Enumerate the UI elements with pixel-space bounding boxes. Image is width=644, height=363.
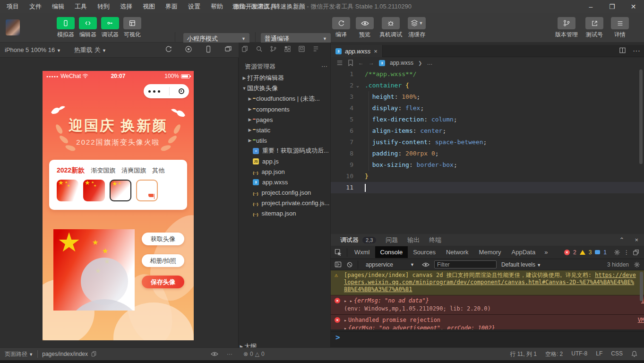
rotate-icon[interactable]: [165, 45, 172, 53]
code-line-4[interactable]: 4 display: flex;: [331, 103, 644, 114]
toolbar-button-调试器[interactable]: 调试器: [101, 17, 119, 39]
album-camera-button[interactable]: 相册/拍照: [142, 254, 184, 267]
tool-版本管理[interactable]: 版本管理: [555, 17, 578, 39]
tree-item-static[interactable]: ▶static: [239, 125, 331, 135]
devtools-tab-Console[interactable]: Console: [375, 246, 408, 258]
devtools-settings-icon[interactable]: [614, 249, 620, 256]
fold-chevron-icon[interactable]: ⌄: [356, 80, 359, 91]
statusbar-more-icon[interactable]: ···: [227, 351, 232, 357]
more-tabs-icon[interactable]: »: [541, 249, 551, 256]
tree-item-components[interactable]: ▶components: [239, 104, 331, 114]
editor-more-icon[interactable]: ···: [633, 47, 640, 55]
console-sidebar-icon[interactable]: [335, 261, 342, 268]
minimize-button[interactable]: –: [580, 0, 601, 13]
back-icon[interactable]: ←: [358, 60, 364, 66]
breadcrumb-more[interactable]: …: [427, 60, 432, 66]
save-avatar-button[interactable]: 保存头像: [142, 276, 184, 288]
forward-icon[interactable]: →: [369, 60, 374, 66]
code-line-11[interactable]: 11: [331, 182, 644, 193]
menu-视图[interactable]: 视图: [143, 2, 155, 11]
page-path[interactable]: pages/index/index: [42, 351, 88, 357]
tree-section-国庆换头像[interactable]: ▼国庆换头像: [239, 83, 331, 94]
devtools-tab-AppData[interactable]: AppData: [507, 246, 541, 258]
menu-帮助[interactable]: 帮助: [211, 2, 223, 11]
devtools-tab-Sources[interactable]: Sources: [408, 246, 441, 258]
collapse-panel-icon[interactable]: ⌃: [619, 236, 625, 243]
flag-thumbnail[interactable]: ★★★: [83, 180, 105, 201]
tree-item-app.wxss[interactable]: 3app.wxss: [239, 177, 331, 187]
tree-item-sitemap.json[interactable]: {··}sitemap.json: [239, 208, 331, 218]
close-button[interactable]: ✕: [623, 0, 644, 13]
toolbar-button-可视化[interactable]: 可视化: [123, 17, 141, 39]
menu-工具[interactable]: 工具: [75, 2, 87, 11]
bookmark-icon[interactable]: [348, 60, 353, 66]
flag-thumbnail-selected[interactable]: ★★: [110, 180, 131, 201]
capsule-close-icon[interactable]: [179, 88, 184, 94]
page-path-select[interactable]: 页面路径 ▼: [5, 350, 33, 358]
status-item[interactable]: UTF-8: [571, 350, 587, 358]
eye-icon[interactable]: [422, 262, 429, 268]
tree-item-cloudfunctions | (未选...[interactable]: ▶cloudfunctions | (未选...: [239, 94, 331, 104]
source-link[interactable]: VM53 WAService.js:2: [638, 316, 644, 324]
panel-tab-调试器[interactable]: 调试器: [340, 236, 359, 244]
menu-选择[interactable]: 选择: [120, 2, 132, 11]
files-icon[interactable]: [241, 45, 249, 52]
filter-input[interactable]: [434, 260, 497, 268]
devtools-tab-Wxml[interactable]: Wxml: [349, 246, 375, 258]
code-line-5[interactable]: 5 flex-direction: column;: [331, 114, 644, 125]
code-line-7[interactable]: 7 justify-content: space-between;: [331, 137, 644, 148]
screenshot-icon[interactable]: [224, 45, 232, 53]
code-line-10[interactable]: 10}: [331, 171, 644, 182]
flag-thumbnail[interactable]: ★★★: [57, 180, 78, 201]
flag-thumbnail-custom[interactable]: [136, 180, 158, 201]
menu-转到[interactable]: 转到: [97, 2, 110, 11]
code-line-9[interactable]: 9 box-sizing: border-box;: [331, 159, 644, 171]
code-line-2[interactable]: 2⌄.container {: [331, 80, 644, 91]
eye-icon[interactable]: [211, 351, 218, 357]
tree-item-app.json[interactable]: {··}app.json: [239, 166, 331, 177]
devtools-menu-icon[interactable]: ⋮: [624, 249, 629, 256]
expand-arrow-icon[interactable]: ▸: [344, 326, 347, 329]
tree-item-pages[interactable]: ▶pages: [239, 114, 331, 125]
devtools-tab-Network[interactable]: Network: [441, 246, 474, 258]
source-control-icon[interactable]: [270, 45, 277, 52]
tool-详情[interactable]: 详情: [611, 17, 629, 39]
device-frame-icon[interactable]: [205, 45, 212, 53]
status-item[interactable]: LF: [596, 350, 602, 358]
close-panel-icon[interactable]: ×: [635, 236, 638, 243]
code-line-1[interactable]: 1/**app.wxss**/: [331, 69, 644, 80]
get-avatar-button[interactable]: 获取头像: [142, 233, 184, 245]
hidden-count[interactable]: 3 hidden: [607, 261, 629, 268]
tree-item-重要！获取源码成功后...[interactable]: ≡重要！获取源码成功后...: [239, 146, 331, 156]
status-item[interactable]: 空格: 2: [545, 350, 563, 358]
capsule-menu[interactable]: [144, 84, 189, 98]
editor-scrollbar[interactable]: [639, 69, 643, 164]
undock-icon[interactable]: [633, 249, 639, 256]
explorer-menu-dots[interactable]: ···: [321, 62, 327, 71]
levels-select[interactable]: Default levels ▼: [501, 261, 541, 268]
code-line-8[interactable]: 8 padding: 200rpx 0;: [331, 148, 644, 159]
card-tab-2022新款[interactable]: 2022新款: [57, 166, 85, 175]
panel-tab-问题[interactable]: 问题: [386, 236, 398, 244]
action-清缓存[interactable]: ▼清缓存: [408, 17, 426, 39]
outline-list-icon[interactable]: [336, 60, 343, 66]
status-item[interactable]: 行 11, 列 1: [510, 350, 536, 358]
tree-section-打开的编辑器[interactable]: ▶打开的编辑器: [239, 73, 331, 83]
toolbar-button-编辑器[interactable]: 编辑器: [79, 17, 97, 39]
more-dots-icon[interactable]: [148, 90, 160, 93]
device-select[interactable]: iPhone 5 100% 16 ▼: [5, 46, 61, 53]
action-编译[interactable]: 编译: [332, 17, 350, 39]
toolbar-button-模拟器[interactable]: 模拟器: [57, 17, 75, 39]
console-prompt[interactable]: >: [331, 331, 644, 341]
code-line-3[interactable]: 3 height: 100%;: [331, 91, 644, 103]
close-tab-icon[interactable]: ×: [374, 48, 378, 55]
outline-panel-icon[interactable]: [312, 45, 319, 52]
tree-item-project.config.json[interactable]: {··}project.config.json: [239, 187, 331, 198]
expand-arrow-icon[interactable]: ▸ ▸: [344, 298, 352, 303]
panel-tab-输出[interactable]: 输出: [407, 236, 420, 244]
inspect-element-icon[interactable]: [335, 249, 342, 256]
menu-项目[interactable]: 项目: [7, 2, 19, 11]
console-message-warning[interactable]: ⚠[pages/index/index] canvas 2d 接口支持同层渲染且…: [331, 270, 644, 295]
copy-path-icon[interactable]: [91, 351, 96, 357]
expand-arrow-icon[interactable]: ▸: [344, 318, 347, 323]
